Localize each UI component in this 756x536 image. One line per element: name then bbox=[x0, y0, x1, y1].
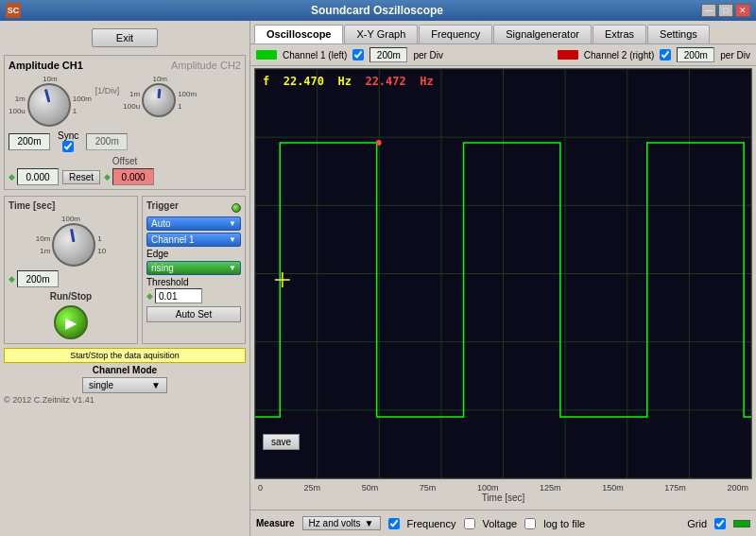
x-label-100m: 100m bbox=[477, 483, 499, 493]
ch1-label: Channel 1 (left) bbox=[283, 50, 347, 61]
ch2-per-div-control[interactable] bbox=[677, 47, 714, 62]
bottom-bar: Measure Hz and volts ▼ Frequency Voltage… bbox=[250, 510, 756, 536]
exit-button[interactable]: Exit bbox=[92, 28, 158, 47]
ch1-checkbox[interactable] bbox=[352, 49, 364, 61]
channel-mode-section: Channel Mode single ▼ bbox=[4, 365, 246, 393]
trigger-channel-arrow: ▼ bbox=[229, 235, 236, 244]
offset-ch2-input[interactable] bbox=[112, 168, 154, 185]
freq-ch1-value: 22.470 bbox=[284, 75, 324, 88]
tab-oscilloscope[interactable]: Oscilloscope bbox=[254, 25, 343, 43]
time-scale-top: 100m bbox=[61, 215, 80, 223]
ch2-inner-bot: 1 bbox=[178, 102, 197, 111]
window-controls: — □ ✕ bbox=[701, 4, 750, 17]
tab-frequency[interactable]: Frequency bbox=[419, 25, 492, 43]
save-button[interactable]: save bbox=[263, 434, 300, 450]
run-stop-label: Run/Stop bbox=[9, 291, 133, 302]
trigger-edge-select[interactable]: rising ▼ bbox=[146, 261, 241, 275]
frequency-checkbox[interactable] bbox=[388, 518, 400, 529]
offset-label: Offset bbox=[9, 156, 241, 166]
freq-prefix: f bbox=[263, 75, 269, 88]
time-knob[interactable] bbox=[52, 223, 95, 267]
ch2-per-div-label: per Div bbox=[720, 50, 750, 61]
tab-bar: Oscilloscope X-Y Graph Frequency Signalg… bbox=[250, 21, 756, 44]
threshold-input[interactable] bbox=[155, 288, 202, 303]
sync-checkbox[interactable] bbox=[62, 141, 74, 152]
trigger-channel-select[interactable]: Channel 1 ▼ bbox=[146, 233, 241, 247]
log-checkbox[interactable] bbox=[524, 518, 536, 529]
tab-signalgenerator[interactable]: Signalgenerator bbox=[493, 25, 592, 43]
ch1-per-div-label: per Div bbox=[413, 50, 443, 61]
start-stop-hint: Start/Stop the data aquisition bbox=[4, 348, 246, 363]
amplitude-ch2-knob[interactable] bbox=[142, 83, 176, 117]
minimize-button[interactable]: — bbox=[701, 4, 716, 17]
ch1-color-indicator bbox=[256, 50, 277, 60]
offset-ch1-input[interactable] bbox=[17, 168, 59, 185]
ch1-per-div-input[interactable] bbox=[9, 133, 50, 150]
trigger-label: Trigger bbox=[146, 200, 179, 211]
channel-mode-value: single bbox=[89, 380, 113, 390]
amplitude-ch1-label: Amplitude CH1 bbox=[9, 60, 83, 71]
measure-select[interactable]: Hz and volts ▼ bbox=[302, 516, 381, 530]
trigger-edge-label: rising bbox=[151, 263, 174, 273]
maximize-button[interactable]: □ bbox=[718, 4, 733, 17]
x-label-125m: 125m bbox=[540, 483, 561, 493]
frequency-display: f 22.470 Hz 22.472 Hz bbox=[263, 75, 434, 88]
time-scale-mid-left: 10m bbox=[36, 234, 51, 243]
x-label-75m: 75m bbox=[420, 483, 437, 493]
grid-checkbox[interactable] bbox=[714, 518, 726, 529]
trigger-mode-arrow: ▼ bbox=[229, 219, 236, 228]
sync-label: Sync bbox=[58, 130, 78, 141]
tab-extras[interactable]: Extras bbox=[593, 25, 646, 43]
ch1-scale-bot: 100u bbox=[9, 107, 26, 115]
x-label-50m: 50m bbox=[362, 483, 379, 493]
title-bar: SC Soundcard Oszilloscope — □ ✕ bbox=[0, 0, 756, 21]
x-label-0: 0 bbox=[258, 483, 263, 493]
freq-unit1: Hz bbox=[338, 75, 352, 88]
close-button[interactable]: ✕ bbox=[735, 4, 750, 17]
time-section: Time [sec] 100m 10m 1m 1 bbox=[4, 196, 138, 344]
ch2-inner-top: 100m bbox=[178, 90, 197, 98]
x-label-25m: 25m bbox=[304, 483, 321, 493]
ch1-per-div-control[interactable] bbox=[369, 47, 407, 62]
ch2-label: Channel 2 (right) bbox=[584, 50, 654, 61]
tab-xy-graph[interactable]: X-Y Graph bbox=[344, 25, 418, 43]
voltage-checkbox[interactable] bbox=[464, 518, 475, 529]
copyright: © 2012 C.Zeitnitz V1.41 bbox=[4, 395, 246, 405]
x-axis: 0 25m 50m 75m 100m 125m 150m 175m 200m T… bbox=[254, 481, 752, 510]
channel-mode-label: Channel Mode bbox=[4, 365, 246, 375]
autoset-button[interactable]: Auto Set bbox=[146, 306, 241, 322]
ch1-inner-top: 100m bbox=[73, 95, 92, 103]
threshold-label: Threshold bbox=[146, 277, 241, 287]
left-panel: Exit Amplitude CH1 Amplitude CH2 10m 1m … bbox=[0, 21, 250, 536]
measure-value: Hz and volts bbox=[309, 518, 361, 528]
waveform-canvas bbox=[255, 69, 751, 478]
freq-ch2-value: 22.472 bbox=[365, 75, 405, 88]
div-label: [1/Div] bbox=[95, 86, 120, 95]
ch2-color-indicator bbox=[558, 50, 578, 60]
ch1-inner-bot: 1 bbox=[73, 107, 92, 115]
trigger-mode-select[interactable]: Auto ▼ bbox=[146, 216, 241, 231]
ch2-checkbox[interactable] bbox=[660, 49, 671, 61]
trigger-mode-label: Auto bbox=[151, 218, 171, 229]
osc-controls: Channel 1 (left) per Div Channel 2 (righ… bbox=[250, 44, 756, 66]
time-input[interactable] bbox=[17, 270, 59, 287]
edge-label: Edge bbox=[146, 249, 241, 259]
run-stop-button[interactable]: ▶ bbox=[54, 305, 88, 339]
amplitude-ch1-knob[interactable] bbox=[27, 83, 71, 127]
ch2-scale-top: 10m bbox=[152, 75, 167, 83]
channel-mode-select[interactable]: single ▼ bbox=[82, 377, 167, 393]
x-label-200m: 200m bbox=[727, 483, 748, 493]
ch2-per-div-input[interactable] bbox=[86, 133, 128, 150]
tab-settings[interactable]: Settings bbox=[647, 25, 710, 43]
time-scale-bot-right: 10 bbox=[97, 247, 106, 255]
time-scale-bot-left: 1m bbox=[40, 247, 50, 255]
amplitude-ch2-label: Amplitude CH2 bbox=[171, 60, 241, 71]
x-axis-title: Time [sec] bbox=[254, 493, 752, 503]
grid-color-indicator bbox=[733, 520, 750, 527]
frequency-measure-label: Frequency bbox=[407, 518, 456, 529]
ch1-scale-top: 10m bbox=[43, 75, 58, 83]
voltage-measure-label: Voltage bbox=[483, 518, 518, 529]
ch1-scale-mid: 1m bbox=[15, 95, 26, 103]
reset-button[interactable]: Reset bbox=[62, 170, 100, 184]
channel-mode-arrow: ▼ bbox=[151, 380, 161, 390]
